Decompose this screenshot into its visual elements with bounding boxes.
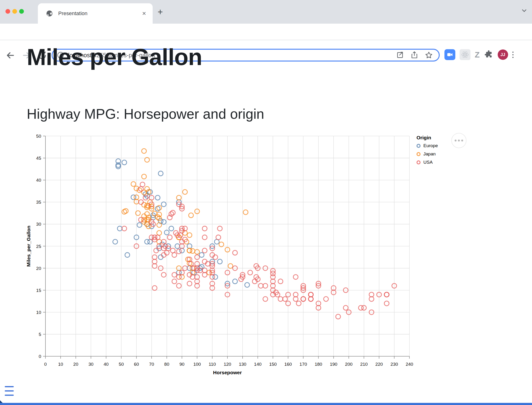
svg-text:5: 5 — [39, 332, 41, 337]
svg-text:190: 190 — [330, 362, 337, 367]
presentation-progress-bar — [0, 403, 532, 405]
svg-text:0: 0 — [44, 362, 47, 367]
svg-text:10: 10 — [36, 310, 41, 315]
svg-text:110: 110 — [209, 362, 216, 367]
hamburger-icon — [5, 386, 14, 387]
svg-text:230: 230 — [390, 362, 398, 367]
svg-text:15: 15 — [36, 288, 41, 293]
legend-item-europe[interactable]: Europe — [416, 143, 438, 149]
scatter-plot[interactable]: 0102030405060708090100110120130140150160… — [0, 0, 532, 405]
svg-text:130: 130 — [239, 362, 246, 367]
svg-text:20: 20 — [36, 266, 41, 271]
usa-circle-icon — [416, 160, 421, 164]
svg-text:Horsepower: Horsepower — [213, 370, 242, 375]
chart-legend: Origin Europe Japan USA — [416, 135, 438, 165]
svg-text:170: 170 — [300, 362, 307, 367]
svg-text:150: 150 — [269, 362, 277, 367]
svg-text:10: 10 — [58, 362, 63, 367]
svg-text:30: 30 — [36, 222, 41, 227]
svg-text:240: 240 — [406, 362, 413, 367]
svg-text:45: 45 — [36, 156, 41, 161]
svg-text:40: 40 — [36, 178, 41, 183]
legend-item-japan[interactable]: Japan — [416, 151, 438, 157]
svg-text:210: 210 — [360, 362, 368, 367]
svg-text:20: 20 — [73, 362, 78, 367]
svg-text:120: 120 — [224, 362, 231, 367]
svg-text:35: 35 — [36, 200, 41, 205]
svg-text:25: 25 — [36, 244, 41, 249]
svg-text:80: 80 — [164, 362, 169, 367]
legend-item-usa[interactable]: USA — [416, 159, 438, 165]
svg-text:220: 220 — [375, 362, 383, 367]
svg-text:0: 0 — [39, 354, 41, 359]
svg-text:160: 160 — [284, 362, 292, 367]
svg-text:200: 200 — [345, 362, 353, 367]
presentation-menu-button[interactable] — [5, 386, 14, 397]
europe-circle-icon — [416, 144, 421, 148]
svg-text:140: 140 — [254, 362, 261, 367]
svg-text:180: 180 — [315, 362, 322, 367]
svg-text:Miles_per_Gallon: Miles_per_Gallon — [26, 226, 31, 267]
svg-text:40: 40 — [104, 362, 109, 367]
svg-text:70: 70 — [149, 362, 154, 367]
svg-text:90: 90 — [179, 362, 184, 367]
svg-text:100: 100 — [193, 362, 201, 367]
chart-actions-button[interactable] — [451, 133, 466, 148]
japan-circle-icon — [416, 152, 421, 156]
svg-text:50: 50 — [36, 134, 41, 139]
svg-text:60: 60 — [134, 362, 139, 367]
legend-title: Origin — [416, 135, 438, 141]
svg-text:50: 50 — [119, 362, 124, 367]
svg-text:30: 30 — [89, 362, 94, 367]
